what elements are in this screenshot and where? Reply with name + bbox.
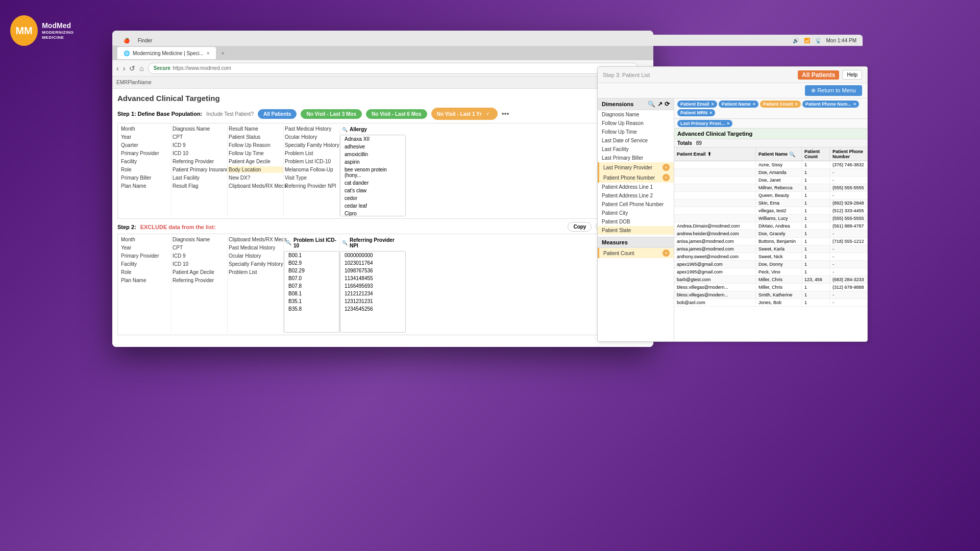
filter-patient-status[interactable]: Patient Status bbox=[228, 134, 283, 140]
browser-tab[interactable]: 🌐 Modernizing Medicine | Speci... × bbox=[117, 47, 216, 59]
allergy-item[interactable]: cedor bbox=[340, 194, 405, 202]
filter-ocular[interactable]: Ocular History bbox=[284, 134, 339, 140]
allergy-item[interactable]: bee venom protein (hony... bbox=[340, 166, 405, 179]
tag-count-remove[interactable]: × bbox=[795, 102, 798, 107]
s2-facility[interactable]: Facility bbox=[120, 261, 171, 267]
allergy-item[interactable]: cedar leaf bbox=[340, 202, 405, 210]
filter-problem-icd10[interactable]: Problem List ICD-10 bbox=[284, 158, 339, 165]
filter-year[interactable]: Year bbox=[120, 134, 171, 140]
export-dim-icon[interactable]: ↗ bbox=[657, 101, 663, 108]
filter-plan-name[interactable]: Plan Name bbox=[120, 183, 171, 189]
url-box[interactable]: Secure https://www.modmed.com bbox=[148, 63, 639, 74]
filter-diag-name[interactable]: Diagnosis Name bbox=[172, 126, 227, 132]
problem-list-dropdown[interactable]: B00.1 B02.9 B02.29 B07.0 B07.8 B08.1 B35… bbox=[284, 251, 339, 333]
measure-patient-count[interactable]: Patient Count × bbox=[598, 248, 674, 258]
filter-icd10[interactable]: ICD 10 bbox=[172, 150, 227, 157]
filter-quarter[interactable]: Quarter bbox=[120, 142, 171, 148]
no-visit-1yr-btn[interactable]: No Visit - Last 1 Yr ✓ bbox=[431, 108, 498, 120]
s2-month[interactable]: Month bbox=[120, 236, 171, 243]
allergy-dropdown[interactable]: Adnaxa XII adhesive amoxicillin aspirin … bbox=[340, 135, 406, 216]
col-phone[interactable]: Patient Phone Number bbox=[830, 147, 867, 161]
filter-cpt[interactable]: CPT bbox=[172, 134, 227, 140]
filter-role[interactable]: Role bbox=[120, 166, 171, 173]
filter-result-name[interactable]: Result Name bbox=[228, 126, 283, 132]
filter-facility[interactable]: Facility bbox=[120, 158, 171, 165]
filter-patient-age[interactable]: Patient Age Decile bbox=[228, 158, 283, 165]
measure-remove[interactable]: × bbox=[663, 249, 670, 257]
dim-provider-remove[interactable]: × bbox=[663, 164, 670, 171]
allergy-item[interactable]: cat's claw bbox=[340, 187, 405, 194]
tag-phone-remove[interactable]: × bbox=[853, 102, 856, 107]
forward-button[interactable]: › bbox=[123, 64, 126, 72]
return-to-menu-btn[interactable]: ⊕ Return to Menu bbox=[805, 85, 862, 96]
s2-age-decile[interactable]: Patient Age Decile bbox=[172, 269, 227, 276]
filter-melanoma[interactable]: Melanoma Follow-Up bbox=[284, 166, 339, 173]
s2-icd10[interactable]: ICD 10 bbox=[172, 261, 227, 267]
finder-label[interactable]: Finder bbox=[138, 38, 152, 43]
tag-last-provider[interactable]: Last Primary Provi... × bbox=[677, 120, 732, 127]
dim-last-biller[interactable]: Last Primary Biller bbox=[598, 154, 674, 162]
dim-state[interactable]: Patient State bbox=[598, 226, 674, 235]
filter-primary-biller[interactable]: Primary Biller bbox=[120, 174, 171, 181]
dim-diagnosis[interactable]: Diagnosis Name bbox=[598, 110, 674, 119]
filter-past-medical[interactable]: Past Medical History bbox=[284, 126, 339, 132]
dim-phone[interactable]: Patient Phone Number × bbox=[598, 172, 674, 183]
s2-role[interactable]: Role bbox=[120, 269, 171, 276]
more-options-icon[interactable]: ••• bbox=[502, 110, 509, 118]
filter-new-dx[interactable]: New DX? bbox=[228, 174, 283, 181]
tag-patient-phone[interactable]: Patient Phone Num... × bbox=[802, 101, 859, 108]
s2-ocular[interactable]: Ocular History bbox=[228, 253, 283, 259]
ref-npi-dropdown[interactable]: 0000000000 1023011764 1098767536 1134148… bbox=[340, 251, 406, 333]
dim-dob[interactable]: Patient DOB bbox=[598, 217, 674, 226]
col-count[interactable]: Patient Count bbox=[802, 147, 830, 161]
back-button[interactable]: ‹ bbox=[116, 64, 119, 72]
allergy-item[interactable]: cat dander bbox=[340, 179, 405, 187]
s2-diag[interactable]: Diagnosis Name bbox=[172, 236, 227, 243]
dim-cell-phone[interactable]: Patient Cell Phone Number bbox=[598, 200, 674, 209]
dim-followup-reason[interactable]: Follow Up Reason bbox=[598, 119, 674, 128]
dim-last-provider[interactable]: Last Primary Provider × bbox=[598, 162, 674, 172]
dim-address2[interactable]: Patient Address Line 2 bbox=[598, 191, 674, 200]
allergy-item[interactable]: amoxicillin bbox=[340, 151, 405, 158]
tag-name-remove[interactable]: × bbox=[753, 102, 755, 107]
col-name[interactable]: Patient Name 🔍 bbox=[756, 147, 802, 161]
tag-provider-remove[interactable]: × bbox=[727, 121, 729, 126]
filter-ref-provider-npi[interactable]: Referring Provider NPI bbox=[284, 183, 339, 189]
home-button[interactable]: ⌂ bbox=[139, 64, 143, 72]
apple-menu[interactable]: 🍎 bbox=[124, 38, 130, 43]
filter-followup-time[interactable]: Follow Up Time bbox=[228, 150, 283, 157]
filter-ref-provider[interactable]: Referring Provider bbox=[172, 158, 227, 165]
filter-month[interactable]: Month bbox=[120, 126, 171, 132]
s2-ref-provider[interactable]: Referring Provider bbox=[172, 277, 227, 284]
filter-icd9[interactable]: ICD 9 bbox=[172, 142, 227, 148]
tag-patient-count[interactable]: Patient Count × bbox=[760, 101, 801, 108]
allergy-item[interactable]: Adnaxa XII bbox=[340, 135, 405, 143]
tag-mrn-remove[interactable]: × bbox=[709, 110, 712, 115]
all-patients-btn[interactable]: All Patients bbox=[258, 109, 297, 119]
refresh-button[interactable]: ↺ bbox=[129, 64, 135, 72]
s2-year[interactable]: Year bbox=[120, 244, 171, 251]
filter-visit-type[interactable]: Visit Type bbox=[284, 174, 339, 181]
dim-followup-time[interactable]: Follow Up Time bbox=[598, 128, 674, 136]
dim-phone-remove[interactable]: × bbox=[663, 174, 670, 181]
dim-last-date[interactable]: Last Date of Service bbox=[598, 136, 674, 145]
s2-cpt[interactable]: CPT bbox=[172, 244, 227, 251]
filter-problem-list[interactable]: Problem List bbox=[284, 150, 339, 157]
filter-last-facility[interactable]: Last Facility bbox=[172, 174, 227, 181]
s2-icd9[interactable]: ICD 9 bbox=[172, 253, 227, 259]
s2-plan-name[interactable]: Plan Name bbox=[120, 277, 171, 284]
tag-patient-mrn[interactable]: Patient MRN × bbox=[677, 109, 715, 116]
s2-primary-provider[interactable]: Primary Provider bbox=[120, 253, 171, 259]
dim-city[interactable]: Patient City bbox=[598, 209, 674, 217]
dim-last-facility[interactable]: Last Facility bbox=[598, 145, 674, 154]
s2-problem-list[interactable]: Problem List bbox=[228, 269, 283, 276]
filter-specialty-fam[interactable]: Specialty Family History bbox=[284, 142, 339, 148]
no-visit-6m-btn[interactable]: No Visit - Last 6 Mos bbox=[366, 109, 427, 119]
tag-patient-name[interactable]: Patient Name × bbox=[719, 101, 758, 108]
no-visit-3m-btn[interactable]: No Visit - Last 3 Mos bbox=[301, 109, 362, 119]
new-tab-button[interactable]: + bbox=[218, 48, 228, 58]
dim-address1[interactable]: Patient Address Line 1 bbox=[598, 183, 674, 191]
tag-patient-email[interactable]: Patient Email × bbox=[677, 101, 717, 108]
tab-close-icon[interactable]: × bbox=[207, 51, 210, 56]
tag-email-remove[interactable]: × bbox=[712, 102, 714, 107]
